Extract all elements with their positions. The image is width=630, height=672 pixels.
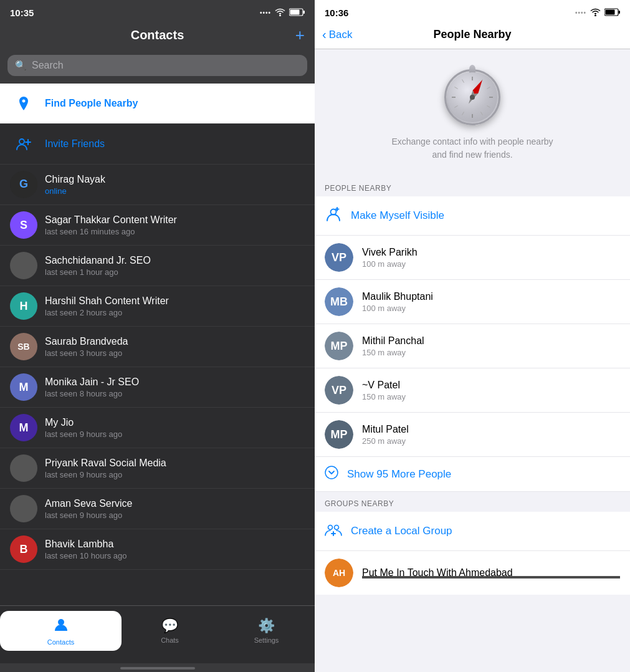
svg-line-23: [454, 106, 457, 108]
contact-name-saurab: Saurab Brandveda: [45, 336, 305, 347]
contact-item-monika[interactable]: M Monika Jain - Jr SEO last seen 8 hours…: [0, 367, 315, 408]
back-chevron-icon: ‹: [322, 27, 327, 42]
contact-status-priyank: last seen 9 hours ago: [45, 470, 305, 479]
search-bar[interactable]: 🔍: [7, 55, 307, 76]
contact-name-monika: Monika Jain - Jr SEO: [45, 377, 305, 388]
home-indicator-left: [0, 663, 315, 672]
svg-line-21: [481, 112, 483, 115]
contact-info-bhavik: Bhavik Lambha last seen 10 hours ago: [45, 539, 305, 560]
invite-icon: [10, 130, 37, 158]
chats-tab-label: Chats: [161, 636, 179, 644]
avatar-harshil: H: [10, 292, 37, 320]
contact-name-harshil: Harshil Shah Content Writer: [45, 295, 305, 307]
create-local-group-label: Create a Local Group: [351, 525, 452, 537]
contact-item-bhavik[interactable]: B Bhavik Lambha last seen 10 hours ago: [0, 529, 315, 570]
make-visible-label: Make Myself Visible: [351, 209, 444, 222]
tab-bar: Contacts 💬 Chats ⚙️ Settings: [0, 605, 315, 663]
status-icons-right: ••••: [575, 8, 620, 18]
put-in-touch-info: Put Me In Touch With Ahmedabad: [362, 567, 620, 578]
contact-info-chirag: Chirag Nayak online: [45, 174, 305, 196]
contact-status-myjio: last seen 9 hours ago: [45, 430, 305, 439]
contact-name-bhavik: Bhavik Lambha: [45, 539, 305, 550]
tab-contacts[interactable]: Contacts: [0, 611, 122, 651]
nearby-item-mithil[interactable]: MP Mithil Panchal 150 m away: [315, 324, 630, 368]
nav-header: ‹ Back People Nearby: [315, 23, 630, 49]
nearby-item-mitul[interactable]: MP Mitul Patel 250 m away: [315, 413, 630, 457]
contact-item-sachchidanand[interactable]: Sachchidanand Jr. SEO last seen 1 hour a…: [0, 246, 315, 286]
contact-info-sachchidanand: Sachchidanand Jr. SEO last seen 1 hour a…: [45, 255, 305, 277]
search-icon: 🔍: [15, 60, 27, 71]
make-myself-visible-item[interactable]: Make Myself Visible: [315, 196, 630, 236]
contact-item-chirag[interactable]: G Chirag Nayak online: [0, 165, 315, 205]
search-input[interactable]: [32, 60, 300, 71]
add-contact-button[interactable]: +: [295, 26, 305, 45]
nearby-info-vivek: Vivek Parikh 100 m away: [362, 247, 620, 269]
show-more-people-item[interactable]: Show 95 More People: [315, 457, 630, 492]
nearby-name-maulik: Maulik Bhuptani: [362, 291, 620, 302]
contact-name-chirag: Chirag Nayak: [45, 174, 305, 185]
home-bar-left: [120, 667, 195, 670]
avatar-mithil: MP: [325, 332, 353, 360]
nearby-item-maulik[interactable]: MB Maulik Bhuptani 100 m away: [315, 280, 630, 324]
put-in-touch-label: Put Me In Touch With Ahmedabad: [362, 567, 620, 578]
svg-line-20: [487, 106, 490, 108]
contact-item-harshil[interactable]: H Harshil Shah Content Writer last seen …: [0, 286, 315, 327]
tab-chats[interactable]: 💬 Chats: [122, 615, 218, 646]
status-icons-left: ••••: [260, 8, 305, 18]
svg-point-4: [19, 139, 24, 144]
contact-item-sagar[interactable]: S Sagar Thakkar Content Writer last seen…: [0, 205, 315, 246]
avatar-vivek: VP: [325, 243, 353, 272]
find-people-nearby-item[interactable]: Find People Nearby: [0, 84, 315, 124]
avatar-mitul: MP: [325, 420, 353, 449]
avatar-saurab: SB: [10, 333, 37, 360]
contact-status-harshil: last seen 2 hours ago: [45, 308, 305, 317]
settings-tab-icon: ⚙️: [258, 618, 275, 634]
nearby-distance-mithil: 150 m away: [362, 348, 620, 357]
contacts-tab-icon: [53, 616, 69, 636]
compass-inner: [447, 72, 497, 122]
contact-item-saurab[interactable]: SB Saurab Brandveda last seen 3 hours ag…: [0, 327, 315, 367]
contact-status-monika: last seen 8 hours ago: [45, 389, 305, 398]
contact-name-myjio: My Jio: [45, 417, 305, 428]
nearby-item-vpatel[interactable]: VP ~V Patel 150 m away: [315, 368, 630, 413]
tab-settings[interactable]: ⚙️ Settings: [218, 615, 315, 646]
invite-friends-label: Invite Friends: [45, 138, 305, 150]
page-title: People Nearby: [433, 28, 511, 41]
svg-point-31: [325, 466, 338, 479]
nearby-distance-vivek: 100 m away: [362, 259, 620, 269]
put-in-touch-item[interactable]: AH Put Me In Touch With Ahmedabad: [315, 551, 630, 595]
contacts-title: Contacts: [131, 28, 184, 42]
back-button[interactable]: ‹ Back: [322, 27, 352, 42]
contact-item-myjio[interactable]: M My Jio last seen 9 hours ago: [0, 408, 315, 448]
avatar-aman: [10, 495, 37, 522]
nearby-name-mitul: Mitul Patel: [362, 424, 620, 435]
create-local-group-item[interactable]: Create a Local Group: [315, 512, 630, 551]
avatar-vpatel: VP: [325, 376, 353, 405]
wifi-icon-left: [275, 8, 285, 18]
people-nearby-section-header: PEOPLE NEARBY: [315, 176, 630, 196]
contact-name-priyank: Priyank Raval Social Media: [45, 458, 305, 469]
contact-item-aman[interactable]: Aman Seva Service last seen 9 hours ago: [0, 489, 315, 529]
create-group-icon: [325, 521, 342, 542]
svg-rect-13: [606, 9, 615, 14]
wifi-icon-right: [590, 8, 601, 18]
contact-item-priyank[interactable]: Priyank Raval Social Media last seen 9 h…: [0, 448, 315, 489]
people-nearby-list: Exchange contact info with people nearby…: [315, 49, 630, 672]
show-more-chevron-icon: [325, 466, 338, 482]
search-bar-container: 🔍: [0, 50, 315, 84]
contact-info-saurab: Saurab Brandveda last seen 3 hours ago: [45, 336, 305, 358]
nearby-info-mitul: Mitul Patel 250 m away: [362, 424, 620, 446]
nearby-item-vivek[interactable]: VP Vivek Parikh 100 m away: [315, 236, 630, 280]
settings-tab-label: Settings: [254, 636, 279, 644]
svg-point-33: [335, 526, 339, 530]
compass-section: Exchange contact info with people nearby…: [315, 49, 630, 176]
invite-friends-item[interactable]: Invite Friends: [0, 124, 315, 165]
avatar-priyank: [10, 454, 37, 482]
svg-line-22: [462, 112, 464, 115]
nearby-name-vivek: Vivek Parikh: [362, 247, 620, 258]
contacts-tab-label: Contacts: [47, 638, 74, 646]
nearby-distance-mitul: 250 m away: [362, 436, 620, 446]
location-icon: [10, 90, 37, 117]
contact-name-sagar: Sagar Thakkar Content Writer: [45, 214, 305, 226]
status-bar-left: 10:35 ••••: [0, 0, 315, 23]
